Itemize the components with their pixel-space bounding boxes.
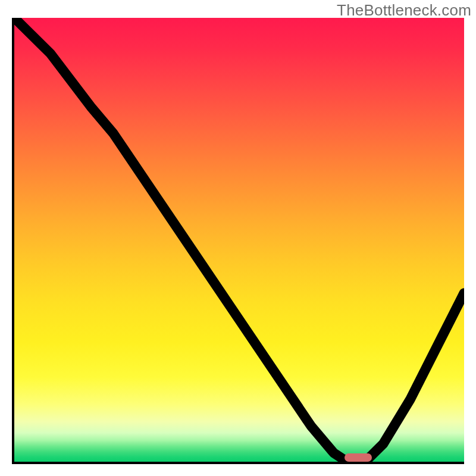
plot-area: [12, 18, 464, 464]
chart-frame: TheBottleneck.com: [0, 0, 476, 476]
bottleneck-curve: [14, 18, 464, 462]
curve-path: [14, 18, 464, 462]
watermark-text: TheBottleneck.com: [337, 1, 471, 20]
optimum-marker: [345, 453, 372, 462]
